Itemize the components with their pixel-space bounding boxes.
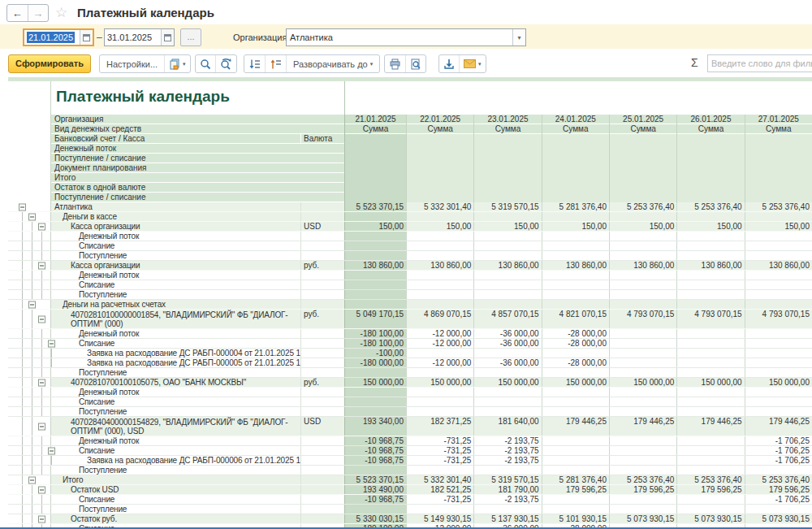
amount-header: Сумма bbox=[474, 124, 541, 134]
currency-cell bbox=[300, 202, 344, 211]
chevron-down-icon: ▾ bbox=[370, 61, 374, 67]
tree-cell bbox=[8, 271, 50, 280]
expand-to-button[interactable]: Разворачивать до ▾ bbox=[286, 55, 379, 72]
search-next-icon bbox=[220, 59, 232, 70]
currency-cell bbox=[300, 232, 344, 241]
cell-value bbox=[406, 388, 473, 397]
save-button[interactable] bbox=[439, 55, 459, 72]
cell-value: 150 000,00 bbox=[406, 378, 473, 387]
cell-value bbox=[676, 241, 744, 250]
currency-cell bbox=[300, 485, 344, 494]
table-row: Денежный поток-10 968,75-731,25-2 193,75… bbox=[8, 436, 812, 446]
forward-button[interactable]: → bbox=[28, 5, 49, 21]
expand-rows-button[interactable] bbox=[244, 55, 265, 72]
row-label: 40702840400000154829, "ВЛАДИМИРСКИЙ" ФБ … bbox=[50, 417, 300, 436]
collapse-marker[interactable] bbox=[38, 262, 45, 269]
collapse-marker[interactable] bbox=[38, 315, 45, 323]
collapse-marker[interactable] bbox=[19, 203, 26, 210]
currency-cell bbox=[300, 358, 344, 367]
cell-value: -2 193,75 bbox=[473, 495, 541, 504]
cell-value bbox=[745, 368, 812, 377]
date-to-input[interactable]: 31.01.2025 bbox=[104, 28, 175, 46]
cell-value bbox=[676, 456, 744, 465]
cell-value bbox=[344, 397, 406, 406]
collapse-marker[interactable] bbox=[38, 423, 45, 430]
collapse-marker[interactable] bbox=[38, 486, 45, 493]
cell-value: -36 000,00 bbox=[473, 524, 541, 529]
calendar-button-from[interactable] bbox=[80, 30, 93, 45]
cell-value bbox=[609, 339, 676, 348]
report-header: ОрганизацияВид денежных средствБанковски… bbox=[8, 115, 812, 202]
organization-input[interactable]: Атлантика ▾ bbox=[286, 28, 526, 46]
cell-value bbox=[344, 241, 406, 250]
currency-cell bbox=[300, 495, 344, 504]
cell-value bbox=[473, 368, 541, 377]
send-mail-button[interactable]: ▾ bbox=[459, 55, 486, 72]
tree-guide-line bbox=[22, 349, 23, 358]
organization-dropdown-button[interactable]: ▾ bbox=[512, 29, 525, 46]
collapse-marker[interactable] bbox=[38, 223, 45, 230]
cell-value: 150,00 bbox=[676, 222, 744, 231]
cell-value bbox=[609, 280, 676, 289]
favorite-star-icon[interactable]: ☆ bbox=[55, 4, 67, 21]
table-row: Списание-180 100,00-12 000,00-36 000,00-… bbox=[8, 339, 812, 349]
sigma-icon[interactable]: Σ bbox=[691, 56, 698, 69]
settings-button[interactable]: Настройки... bbox=[100, 55, 164, 72]
back-button[interactable]: ← bbox=[7, 5, 28, 21]
calendar-button-to[interactable] bbox=[161, 29, 174, 46]
print-preview-button[interactable] bbox=[405, 55, 425, 72]
search-button[interactable] bbox=[196, 55, 215, 72]
cell-value bbox=[676, 505, 744, 514]
cell-value: -12 000,00 bbox=[406, 524, 473, 529]
tree-guide-line bbox=[41, 524, 42, 529]
print-button[interactable] bbox=[385, 55, 405, 72]
collapse-marker[interactable] bbox=[28, 476, 36, 483]
cell-value bbox=[344, 300, 406, 309]
collapse-marker[interactable] bbox=[48, 447, 55, 454]
cell-value: 150 000,00 bbox=[676, 378, 744, 387]
table-row: Списание-10 968,75-731,25-2 193,75-1 706… bbox=[8, 495, 812, 505]
date-from-input[interactable]: 21.01.2025 bbox=[23, 28, 94, 46]
tree-cell bbox=[8, 222, 50, 231]
cell-value: 5 332 301,40 bbox=[406, 202, 473, 211]
cell-value bbox=[609, 271, 676, 280]
table-row: Деньги в кассе bbox=[8, 212, 812, 222]
cell-value bbox=[406, 300, 473, 309]
collapse-marker[interactable] bbox=[28, 213, 36, 220]
cell-value: 150 000,00 bbox=[609, 378, 676, 387]
header-labels-column: ОрганизацияВид денежных средствБанковски… bbox=[50, 115, 344, 202]
minus-icon bbox=[40, 265, 44, 266]
row-label: Денежный поток bbox=[50, 388, 300, 397]
search-next-button[interactable] bbox=[215, 55, 236, 72]
export-group: ▾ bbox=[438, 54, 486, 73]
tree-guide-line bbox=[22, 446, 23, 455]
tree-guide-line bbox=[22, 397, 23, 406]
collapse-marker[interactable] bbox=[38, 379, 45, 386]
minus-icon bbox=[50, 343, 54, 344]
cell-value: 150,00 bbox=[344, 222, 406, 231]
search-icon bbox=[200, 59, 211, 70]
cell-value bbox=[676, 280, 744, 289]
tree-guide-line bbox=[32, 349, 32, 358]
header-label: Банковский счет / Касса bbox=[51, 134, 300, 143]
tree-guide-line bbox=[22, 495, 23, 504]
cell-value: -12 000,00 bbox=[406, 358, 473, 367]
collapse-rows-button[interactable] bbox=[265, 55, 286, 72]
cell-value bbox=[676, 466, 744, 475]
collapse-marker[interactable] bbox=[48, 340, 55, 347]
cell-value bbox=[473, 397, 541, 406]
generate-button[interactable]: Сформировать bbox=[8, 54, 91, 73]
date-header: 24.01.2025 bbox=[542, 115, 609, 124]
tree-cell bbox=[8, 290, 50, 299]
row-label: Касса организации bbox=[50, 261, 300, 270]
report-variants-button[interactable]: ▾ bbox=[164, 55, 190, 72]
period-more-button[interactable]: ... bbox=[180, 28, 201, 46]
currency-cell bbox=[300, 407, 344, 416]
filter-input[interactable] bbox=[707, 54, 812, 72]
minus-icon bbox=[40, 382, 44, 383]
tree-guide-line bbox=[41, 290, 42, 299]
currency-cell: руб. bbox=[300, 378, 344, 387]
collapse-marker[interactable] bbox=[28, 301, 36, 308]
row-label: Атлантика bbox=[50, 202, 300, 211]
collapse-marker[interactable] bbox=[38, 515, 45, 522]
